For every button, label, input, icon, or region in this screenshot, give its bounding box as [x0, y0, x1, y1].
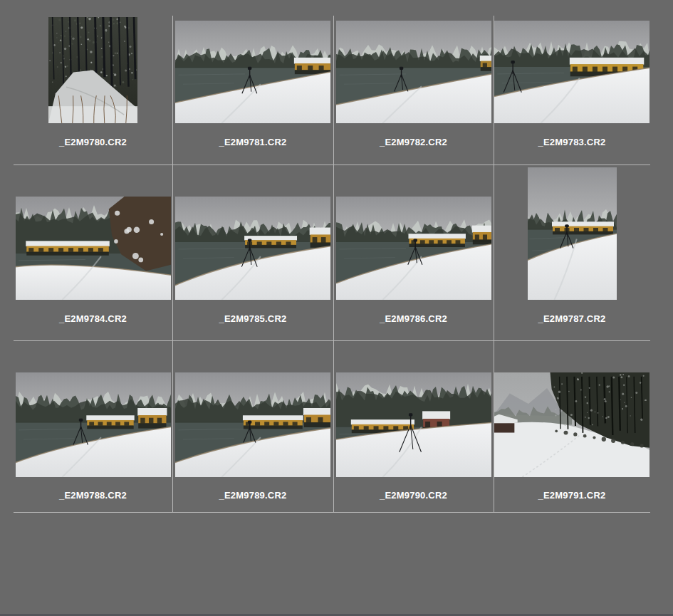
photo-item[interactable]: _E2M9786.CR2: [333, 165, 494, 340]
photo-filename: _E2M9790.CR2: [333, 490, 494, 501]
photo-filename: _E2M9785.CR2: [172, 313, 333, 325]
photo-filename: _E2M9787.CR2: [494, 313, 650, 325]
photo-thumbnail[interactable]: [175, 197, 330, 300]
photo-filename: _E2M9782.CR2: [333, 137, 494, 148]
photo-item[interactable]: _E2M9784.CR2: [14, 165, 172, 340]
photo-filename: _E2M9783.CR2: [494, 137, 650, 148]
photo-filename: _E2M9784.CR2: [14, 313, 172, 325]
photo-thumbnail[interactable]: [175, 372, 330, 477]
grid-divider-horizontal: [14, 512, 650, 513]
photo-item[interactable]: _E2M9783.CR2: [494, 16, 650, 165]
photo-filename: _E2M9780.CR2: [14, 137, 172, 148]
photo-thumbnail[interactable]: [494, 372, 649, 477]
photo-thumbnail[interactable]: [175, 21, 330, 123]
photo-item[interactable]: _E2M9788.CR2: [14, 341, 172, 512]
photo-item[interactable]: _E2M9785.CR2: [172, 165, 333, 340]
photo-item[interactable]: _E2M9790.CR2: [333, 341, 494, 512]
photo-filename: _E2M9786.CR2: [333, 313, 494, 325]
photo-thumbnail[interactable]: [336, 197, 491, 300]
photo-thumbnail[interactable]: [48, 17, 137, 123]
photo-item[interactable]: _E2M9787.CR2: [494, 165, 650, 340]
photo-thumbnail[interactable]: [336, 372, 491, 477]
photo-thumbnail[interactable]: [16, 372, 171, 477]
photo-filename: _E2M9791.CR2: [494, 490, 650, 501]
photo-item[interactable]: _E2M9789.CR2: [172, 341, 333, 512]
photo-item[interactable]: _E2M9780.CR2: [14, 16, 172, 165]
photo-thumbnail[interactable]: [336, 21, 491, 123]
photo-item[interactable]: _E2M9781.CR2: [172, 16, 333, 165]
photo-item[interactable]: _E2M9791.CR2: [494, 341, 650, 512]
photo-filename: _E2M9788.CR2: [14, 490, 172, 501]
photo-grid-view: _E2M9780.CR2_E2M9781.CR2_E2M9782.CR2_E2M…: [0, 0, 673, 616]
photo-thumbnail[interactable]: [16, 197, 171, 300]
photo-filename: _E2M9781.CR2: [172, 137, 333, 148]
photo-thumbnail[interactable]: [494, 21, 649, 123]
photo-thumbnail[interactable]: [528, 167, 617, 300]
photo-filename: _E2M9789.CR2: [172, 490, 333, 501]
photo-item[interactable]: _E2M9782.CR2: [333, 16, 494, 165]
